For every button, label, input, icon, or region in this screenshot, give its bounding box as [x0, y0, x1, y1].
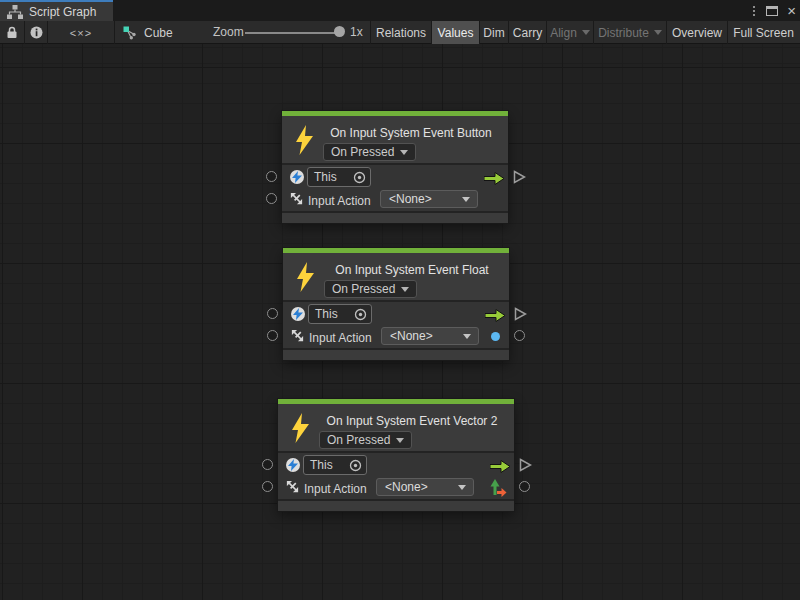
chevron-down-icon: [458, 485, 466, 490]
object-picker-icon[interactable]: [352, 170, 367, 185]
lightning-bolt-icon: [291, 413, 310, 443]
trigger-output-port[interactable]: [519, 458, 532, 472]
node-body: This Input Action: [282, 165, 508, 211]
node-header: On Input System Event Vector 2 On Presse…: [278, 404, 514, 451]
lightning-bolt-icon: [295, 125, 314, 155]
node-title: On Input System Event Float: [323, 263, 501, 277]
object-picker-icon[interactable]: [348, 458, 363, 473]
input-action-label: Input Action: [304, 482, 367, 496]
input-action-dropdown[interactable]: <None>: [381, 327, 479, 345]
trigger-arrow-icon: [490, 459, 510, 477]
kebab-menu-icon[interactable]: [751, 4, 757, 18]
carry-button[interactable]: Carry: [508, 21, 546, 44]
chevron-down-icon: [654, 30, 662, 35]
value-output-port[interactable]: [514, 330, 525, 341]
node-header: On Input System Event Button On Pressed: [282, 116, 508, 163]
input-port-this[interactable]: [267, 308, 278, 319]
this-object-field[interactable]: This: [303, 455, 367, 475]
input-action-icon: [290, 328, 305, 347]
toolbar-toggle-group: Relations Values Dim Carry Align Distrib…: [370, 21, 800, 44]
values-button[interactable]: Values: [431, 21, 479, 44]
mode-dropdown[interactable]: On Pressed: [319, 431, 412, 449]
tab-bar: Script Graph ×: [0, 0, 800, 21]
node-footer: [283, 350, 509, 360]
input-port-action[interactable]: [262, 481, 273, 492]
lightning-bolt-icon: [296, 262, 315, 292]
node-footer: [278, 501, 514, 511]
graph-canvas[interactable]: On Input System Event Button On Pressed …: [0, 44, 800, 600]
node-on-input-system-event-float[interactable]: On Input System Event Float On Pressed T…: [283, 248, 509, 360]
node-on-input-system-event-button[interactable]: On Input System Event Button On Pressed …: [282, 111, 508, 223]
maximize-icon[interactable]: [766, 6, 778, 16]
node-body: This Input Action: [283, 302, 509, 348]
this-target-icon: [290, 170, 304, 184]
lock-icon: [6, 26, 18, 39]
zoom-label: Zoom: [213, 25, 244, 39]
close-icon[interactable]: ×: [787, 3, 796, 18]
info-icon: [30, 26, 43, 39]
input-action-dropdown[interactable]: <None>: [376, 478, 474, 496]
relations-button[interactable]: Relations: [370, 21, 431, 44]
chevron-down-icon: [400, 150, 408, 155]
trigger-output-port[interactable]: [513, 170, 526, 184]
trigger-arrow-icon: [485, 308, 505, 326]
graph-reference-breadcrumb[interactable]: Cube: [123, 21, 173, 44]
input-port-this[interactable]: [262, 459, 273, 470]
dim-button[interactable]: Dim: [479, 21, 508, 44]
chevron-down-icon: [462, 197, 470, 202]
zoom-slider[interactable]: [245, 32, 342, 34]
input-action-label: Input Action: [309, 331, 372, 345]
chevron-down-icon: [401, 287, 409, 292]
overview-button[interactable]: Overview: [666, 21, 727, 44]
float-value-icon: [491, 332, 500, 341]
graph-reference-label: Cube: [144, 26, 173, 40]
tab-script-graph[interactable]: Script Graph: [0, 0, 113, 21]
input-port-action[interactable]: [266, 193, 277, 204]
input-port-this[interactable]: [266, 171, 277, 182]
chevron-down-icon: [463, 334, 471, 339]
input-action-dropdown[interactable]: <None>: [380, 190, 478, 208]
info-button[interactable]: [25, 21, 48, 44]
object-picker-icon[interactable]: [353, 307, 368, 322]
graph-pointer-icon: [123, 26, 137, 40]
trigger-output-port[interactable]: [514, 307, 527, 321]
input-action-icon: [289, 191, 304, 210]
node-title: On Input System Event Vector 2: [318, 414, 506, 428]
node-on-input-system-event-vector2[interactable]: On Input System Event Vector 2 On Presse…: [278, 399, 514, 511]
graph-icon: [7, 5, 23, 19]
node-header: On Input System Event Float On Pressed: [283, 253, 509, 300]
this-object-field[interactable]: This: [308, 304, 372, 324]
node-footer: [282, 213, 508, 223]
lock-button[interactable]: [0, 21, 25, 44]
input-port-action[interactable]: [267, 330, 278, 341]
align-button[interactable]: Align: [546, 21, 593, 44]
this-object-field[interactable]: This: [307, 167, 371, 187]
zoom-slider-handle[interactable]: [334, 26, 345, 37]
distribute-button[interactable]: Distribute: [593, 21, 666, 44]
mode-dropdown[interactable]: On Pressed: [323, 143, 416, 161]
chevron-down-icon: [396, 438, 404, 443]
fullscreen-button[interactable]: Full Screen: [727, 21, 799, 44]
mode-dropdown[interactable]: On Pressed: [324, 280, 417, 298]
input-action-icon: [285, 479, 300, 498]
code-icon: <×>: [70, 27, 92, 39]
trigger-arrow-icon: [484, 171, 504, 189]
chevron-down-icon: [582, 30, 590, 35]
node-body: This Input Action: [278, 453, 514, 499]
script-graph-window: Script Graph × <×>: [0, 0, 800, 600]
zoom-value: 1x: [350, 25, 363, 39]
this-target-icon: [291, 307, 305, 321]
input-action-label: Input Action: [308, 194, 371, 208]
this-target-icon: [286, 458, 300, 472]
node-title: On Input System Event Button: [322, 126, 500, 140]
vector2-value-icon: [489, 479, 507, 501]
value-output-port[interactable]: [519, 481, 530, 492]
tab-title: Script Graph: [29, 5, 96, 19]
graph-toolbar: <×> Cube Zoom 1x Relations Values Dim Ca…: [0, 21, 800, 44]
code-view-button[interactable]: <×>: [48, 21, 115, 44]
